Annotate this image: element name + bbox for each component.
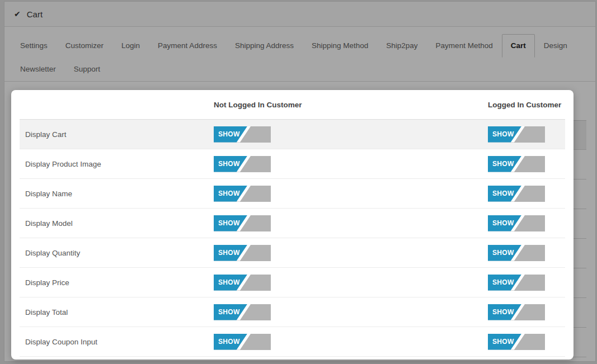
toggle-state-label: SHOW xyxy=(214,130,240,138)
toggle-state-label: SHOW xyxy=(488,308,514,316)
column-header-not-logged-in: Not Logged In Customer xyxy=(214,101,488,109)
toggle-not-logged-in[interactable]: SHOW xyxy=(214,304,271,320)
toggle-logged-in[interactable]: SHOW xyxy=(488,156,545,172)
cart-settings-modal: Not Logged In Customer Logged In Custome… xyxy=(11,90,574,360)
toggle-not-logged-in[interactable]: SHOW xyxy=(214,215,271,231)
table-body: Display Cart SHOW SHOW Display Product I… xyxy=(20,120,565,357)
table-row: Display Coupon Input SHOW SHOW xyxy=(20,327,565,357)
toggle-state-label: SHOW xyxy=(214,219,240,227)
toggle-not-logged-in[interactable]: SHOW xyxy=(214,245,271,261)
table-row: Display Cart SHOW SHOW xyxy=(20,120,565,149)
toggle-logged-in[interactable]: SHOW xyxy=(488,245,545,261)
table-row: Display Product Image SHOW SHOW xyxy=(20,149,565,179)
toggle-state-label: SHOW xyxy=(214,308,240,316)
toggle-not-logged-in[interactable]: SHOW xyxy=(214,186,271,202)
toggle-logged-in[interactable]: SHOW xyxy=(488,215,545,231)
toggle-not-logged-in[interactable]: SHOW xyxy=(214,334,271,350)
toggle-logged-in[interactable]: SHOW xyxy=(488,304,545,320)
row-label: Display Quantity xyxy=(20,249,80,257)
toggle-logged-in[interactable]: SHOW xyxy=(488,186,545,202)
table-row: Display Name SHOW SHOW xyxy=(20,179,565,209)
toggle-state-label: SHOW xyxy=(214,190,240,197)
row-label: Display Total xyxy=(20,308,68,316)
table-row: Display Quantity SHOW SHOW xyxy=(20,238,565,268)
row-label: Display Name xyxy=(20,190,72,198)
page: ✔ Cart SettingsCustomizerLoginPayment Ad… xyxy=(0,0,597,364)
toggle-state-label: SHOW xyxy=(214,249,240,257)
table-header-row: Not Logged In Customer Logged In Custome… xyxy=(20,90,565,120)
row-label: Display Model xyxy=(20,219,73,228)
toggle-state-label: SHOW xyxy=(214,338,240,346)
toggle-state-label: SHOW xyxy=(488,190,514,197)
toggle-not-logged-in[interactable]: SHOW xyxy=(214,275,271,291)
table-row: Display Total SHOW SHOW xyxy=(20,297,565,327)
toggle-state-label: SHOW xyxy=(214,160,240,168)
toggle-logged-in[interactable]: SHOW xyxy=(488,275,545,291)
row-label: Display Cart xyxy=(20,130,67,139)
column-header-logged-in: Logged In Customer xyxy=(488,101,565,109)
toggle-state-label: SHOW xyxy=(214,278,240,286)
toggle-logged-in[interactable]: SHOW xyxy=(488,126,545,143)
table-row: Display Model SHOW SHOW xyxy=(20,209,565,238)
toggle-state-label: SHOW xyxy=(488,160,514,168)
toggle-state-label: SHOW xyxy=(488,249,514,257)
toggle-state-label: SHOW xyxy=(488,338,514,346)
toggle-logged-in[interactable]: SHOW xyxy=(488,334,545,350)
toggle-state-label: SHOW xyxy=(488,219,514,227)
toggle-state-label: SHOW xyxy=(488,130,514,138)
table-row: Display Price SHOW SHOW xyxy=(20,268,565,297)
row-label: Display Product Image xyxy=(20,160,101,168)
toggle-not-logged-in[interactable]: SHOW xyxy=(214,126,271,143)
row-label: Display Price xyxy=(20,278,69,287)
toggle-state-label: SHOW xyxy=(488,278,514,286)
toggle-not-logged-in[interactable]: SHOW xyxy=(214,156,271,172)
row-label: Display Coupon Input xyxy=(20,338,97,346)
